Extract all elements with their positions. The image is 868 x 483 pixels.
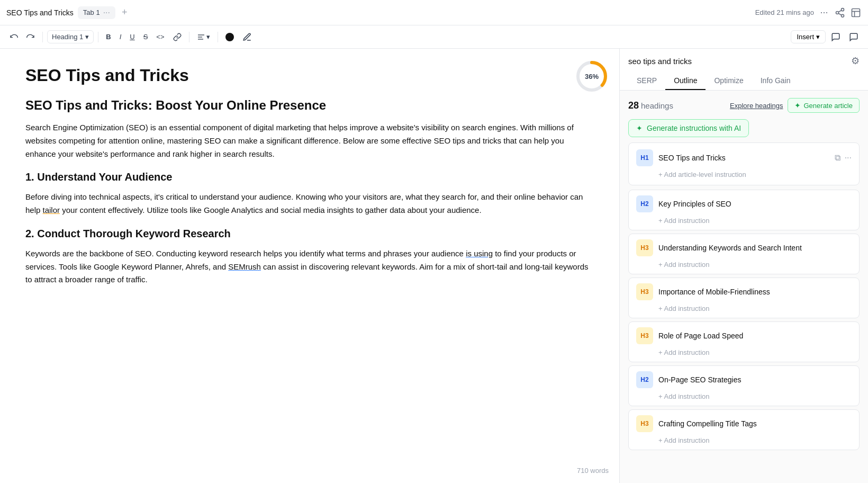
gear-icon[interactable]: ⚙ <box>851 55 860 67</box>
toolbar: Heading 1 ▾ B I U S <> ▾ Insert ▾ <box>0 25 868 49</box>
svg-point-1 <box>836 11 839 14</box>
italic-button[interactable]: I <box>116 31 125 43</box>
h3-badge: H3 <box>636 415 653 432</box>
heading-item: H3 Crafting Compelling Title Tags + Add … <box>628 409 860 450</box>
add-instruction-link[interactable]: + Add instruction <box>636 217 852 225</box>
explore-headings-button[interactable]: Explore headings <box>730 102 783 110</box>
editor[interactable]: 36% SEO Tips and Tricks SEO Tips and Tri… <box>0 49 619 483</box>
heading-title: Crafting Compelling Title Tags <box>658 419 757 428</box>
share-icon[interactable] <box>834 7 846 19</box>
generate-article-button[interactable]: ✦ Generate article <box>788 98 860 113</box>
bold-button[interactable]: B <box>103 31 114 43</box>
heading-row: H2 On-Page SEO Strategies <box>636 371 852 388</box>
add-tab-button[interactable]: + <box>120 7 130 18</box>
heading-row: H2 Key Principles of SEO <box>636 195 852 212</box>
link-button[interactable] <box>170 31 185 43</box>
text-stats-button[interactable] <box>828 30 844 44</box>
search-title: seo tips and tricks <box>628 57 692 66</box>
action-icons: ⧉ ··· <box>835 153 852 163</box>
ai-sparkle-icon: ✦ <box>636 124 643 132</box>
h3-badge: H3 <box>636 283 653 300</box>
h3-badge: H3 <box>636 239 653 256</box>
headings-count: 28 <box>628 100 639 111</box>
sep-3 <box>189 32 189 42</box>
layout-icon[interactable] <box>850 7 862 19</box>
tab-more-icon[interactable]: ··· <box>103 8 110 17</box>
redo-button[interactable] <box>23 31 38 43</box>
doc-h3-2: 2. Conduct Thorough Keyword Research <box>25 228 594 240</box>
insert-chevron: ▾ <box>816 33 820 41</box>
add-article-instruction[interactable]: + Add article-level instruction <box>636 171 852 178</box>
progress-circle: 36% <box>575 59 609 93</box>
add-instruction-link[interactable]: + Add instruction <box>636 305 852 312</box>
tab-serp[interactable]: SERP <box>628 72 665 90</box>
h1-row: H1 SEO Tips and Tricks ⧉ ··· <box>636 149 852 166</box>
progress-label: 36% <box>585 73 599 80</box>
comment-button[interactable] <box>846 30 862 44</box>
code-button[interactable]: <> <box>153 31 167 43</box>
tab-info-gain[interactable]: Info Gain <box>752 72 799 90</box>
heading-item: H2 On-Page SEO Strategies + Add instruct… <box>628 365 860 406</box>
main-area: 36% SEO Tips and Tricks SEO Tips and Tri… <box>0 49 868 483</box>
top-bar: SEO Tips and Tricks Tab 1 ··· + Edited 2… <box>0 0 868 25</box>
heading-title: Key Principles of SEO <box>658 200 731 208</box>
copy-icon[interactable]: ⧉ <box>835 153 840 163</box>
panel-body: 28 headings Explore headings ✦ Generate … <box>620 91 868 483</box>
heading-row: H3 Role of Page Load Speed <box>636 327 852 344</box>
add-instruction-link[interactable]: + Add instruction <box>636 392 852 400</box>
insert-label: Insert <box>797 33 814 41</box>
word-count: 710 words <box>577 467 609 475</box>
h1-title: SEO Tips and Tricks <box>658 154 726 162</box>
svg-line-4 <box>838 10 842 12</box>
add-instruction-link[interactable]: + Add instruction <box>636 348 852 356</box>
undo-button[interactable] <box>6 31 21 43</box>
doc-h3-1: 1. Understand Your Audience <box>25 171 594 183</box>
align-chevron: ▾ <box>206 33 210 41</box>
edited-timestamp: Edited 21 mins ago <box>755 8 814 16</box>
color-button[interactable] <box>222 31 237 43</box>
heading-item: H2 Key Principles of SEO + Add instructi… <box>628 190 860 230</box>
align-button[interactable]: ▾ <box>194 31 213 43</box>
generate-instructions-button[interactable]: ✦ Generate instructions with AI <box>628 119 749 137</box>
heading-item: H3 Importance of Mobile-Friendliness + A… <box>628 278 860 318</box>
right-panel: seo tips and tricks ⚙ SERP Outline Optim… <box>619 49 868 483</box>
search-bar: seo tips and tricks ⚙ <box>628 55 860 67</box>
p2-tailor: tailor <box>43 205 60 214</box>
add-instruction-link[interactable]: + Add instruction <box>636 261 852 269</box>
add-instruction-link[interactable]: + Add instruction <box>636 436 852 444</box>
tab-outline[interactable]: Outline <box>665 72 706 90</box>
heading-title: Importance of Mobile-Friendliness <box>658 288 770 296</box>
h2-badge: H2 <box>636 195 653 212</box>
underline-button[interactable]: U <box>126 31 138 43</box>
h3-badge: H3 <box>636 327 653 344</box>
heading-items: H2 Key Principles of SEO + Add instructi… <box>628 190 860 450</box>
svg-line-3 <box>838 13 842 15</box>
heading-select[interactable]: Heading 1 ▾ <box>47 30 94 43</box>
strikethrough-button[interactable]: S <box>140 31 151 43</box>
more-icon[interactable]: ··· <box>845 153 852 163</box>
tab-optimize[interactable]: Optimize <box>706 72 752 90</box>
generate-article-label: Generate article <box>804 102 853 110</box>
insert-button[interactable]: Insert ▾ <box>791 30 826 43</box>
heading-label: Heading 1 <box>52 33 83 41</box>
svg-point-2 <box>842 14 844 17</box>
p3-semrush: SEMrush <box>228 262 261 271</box>
doc-p1: Search Engine Optimization (SEO) is an e… <box>25 121 594 160</box>
highlight-button[interactable] <box>239 30 255 44</box>
h1-section: H1 SEO Tips and Tricks ⧉ ··· + Add artic… <box>628 142 860 185</box>
more-options-icon[interactable]: ··· <box>818 7 830 19</box>
panel-header: seo tips and tricks ⚙ SERP Outline Optim… <box>620 49 868 91</box>
p2-part2: your content effectively. Utilize tools … <box>60 205 482 214</box>
doc-h2-1: SEO Tips and Tricks: Boost Your Online P… <box>25 98 594 113</box>
heading-title: Understanding Keywords and Search Intent <box>658 244 802 252</box>
sep-1 <box>42 32 43 42</box>
heading-title: Role of Page Load Speed <box>658 332 743 340</box>
tab-pill[interactable]: Tab 1 ··· <box>78 6 115 19</box>
sep-2 <box>98 32 98 42</box>
heading-item: H3 Role of Page Load Speed + Add instruc… <box>628 321 860 362</box>
panel-tabs: SERP Outline Optimize Info Gain <box>628 72 860 90</box>
p3-part1: Keywords are the backbone of SEO. Conduc… <box>25 249 466 258</box>
outline-header: 28 headings Explore headings ✦ Generate … <box>628 98 860 113</box>
h2-badge: H2 <box>636 371 653 388</box>
tab-label: Tab 1 <box>83 8 100 16</box>
